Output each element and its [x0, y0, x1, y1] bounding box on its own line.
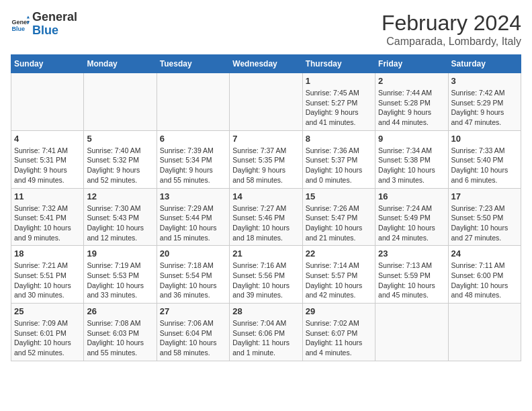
- day-number: 11: [14, 191, 81, 201]
- cell-info: Sunrise: 7:24 AMSunset: 5:49 PMDaylight:…: [378, 203, 445, 243]
- week-row-2: 11Sunrise: 7:32 AMSunset: 5:41 PMDayligh…: [11, 188, 521, 246]
- day-number: 20: [160, 248, 226, 259]
- calendar-cell: 29Sunrise: 7:02 AMSunset: 6:07 PMDayligh…: [302, 304, 375, 361]
- cell-info: Sunrise: 7:42 AMSunset: 5:29 PMDaylight:…: [451, 88, 518, 128]
- day-number: 1: [306, 76, 372, 86]
- day-number: 25: [14, 306, 81, 316]
- calendar-cell: 7Sunrise: 7:37 AMSunset: 5:35 PMDaylight…: [230, 130, 302, 188]
- calendar-cell: 16Sunrise: 7:24 AMSunset: 5:49 PMDayligh…: [375, 188, 448, 246]
- calendar-cell: 25Sunrise: 7:09 AMSunset: 6:01 PMDayligh…: [11, 304, 84, 361]
- page-header: General Blue General Blue February 2024 …: [11, 11, 521, 48]
- week-row-4: 25Sunrise: 7:09 AMSunset: 6:01 PMDayligh…: [11, 304, 521, 361]
- cell-info: Sunrise: 7:26 AMSunset: 5:47 PMDaylight:…: [306, 203, 372, 243]
- calendar-cell: [84, 73, 157, 131]
- calendar-cell: 1Sunrise: 7:45 AMSunset: 5:27 PMDaylight…: [302, 73, 375, 131]
- day-number: 10: [451, 134, 518, 144]
- day-number: 17: [451, 191, 518, 201]
- cell-info: Sunrise: 7:33 AMSunset: 5:40 PMDaylight:…: [451, 146, 518, 185]
- calendar-cell: 14Sunrise: 7:27 AMSunset: 5:46 PMDayligh…: [230, 188, 302, 246]
- header-row: SundayMondayTuesdayWednesdayThursdayFrid…: [11, 55, 521, 73]
- calendar-cell: 4Sunrise: 7:41 AMSunset: 5:31 PMDaylight…: [11, 130, 84, 188]
- day-number: 7: [232, 134, 299, 144]
- cell-info: Sunrise: 7:27 AMSunset: 5:46 PMDaylight:…: [232, 203, 299, 243]
- day-number: 27: [160, 306, 226, 316]
- calendar-cell: 22Sunrise: 7:14 AMSunset: 5:57 PMDayligh…: [302, 246, 375, 304]
- day-number: 4: [14, 134, 81, 144]
- logo-blue: Blue: [32, 24, 77, 38]
- col-header-monday: Monday: [84, 55, 157, 73]
- title-block: February 2024 Camparada, Lombardy, Italy: [382, 11, 521, 48]
- day-number: 6: [160, 134, 226, 144]
- cell-info: Sunrise: 7:13 AMSunset: 5:59 PMDaylight:…: [378, 261, 445, 300]
- cell-info: Sunrise: 7:32 AMSunset: 5:41 PMDaylight:…: [14, 203, 81, 243]
- cell-info: Sunrise: 7:36 AMSunset: 5:37 PMDaylight:…: [306, 146, 372, 185]
- logo-general: General: [32, 11, 77, 24]
- calendar-cell: 18Sunrise: 7:21 AMSunset: 5:51 PMDayligh…: [11, 246, 84, 304]
- calendar-cell: 10Sunrise: 7:33 AMSunset: 5:40 PMDayligh…: [448, 130, 521, 188]
- svg-marker-2: [27, 15, 30, 18]
- cell-info: Sunrise: 7:30 AMSunset: 5:43 PMDaylight:…: [87, 203, 153, 243]
- cell-info: Sunrise: 7:39 AMSunset: 5:34 PMDaylight:…: [160, 146, 226, 185]
- col-header-tuesday: Tuesday: [157, 55, 229, 73]
- calendar-cell: 20Sunrise: 7:18 AMSunset: 5:54 PMDayligh…: [157, 246, 229, 304]
- calendar-cell: 28Sunrise: 7:04 AMSunset: 6:06 PMDayligh…: [230, 304, 302, 361]
- day-number: 8: [306, 134, 372, 144]
- cell-info: Sunrise: 7:06 AMSunset: 6:04 PMDaylight:…: [160, 318, 226, 358]
- col-header-sunday: Sunday: [11, 55, 84, 73]
- day-number: 29: [306, 306, 372, 316]
- cell-info: Sunrise: 7:44 AMSunset: 5:28 PMDaylight:…: [378, 88, 445, 128]
- day-number: 5: [87, 134, 153, 144]
- cell-info: Sunrise: 7:02 AMSunset: 6:07 PMDaylight:…: [306, 318, 372, 358]
- calendar-cell: 21Sunrise: 7:16 AMSunset: 5:56 PMDayligh…: [230, 246, 302, 304]
- subtitle: Camparada, Lombardy, Italy: [382, 36, 521, 48]
- cell-info: Sunrise: 7:34 AMSunset: 5:38 PMDaylight:…: [378, 146, 445, 185]
- calendar-cell: [448, 304, 521, 361]
- calendar-cell: 12Sunrise: 7:30 AMSunset: 5:43 PMDayligh…: [84, 188, 157, 246]
- calendar-cell: 2Sunrise: 7:44 AMSunset: 5:28 PMDaylight…: [375, 73, 448, 131]
- calendar-cell: 6Sunrise: 7:39 AMSunset: 5:34 PMDaylight…: [157, 130, 229, 188]
- day-number: 9: [378, 134, 445, 144]
- day-number: 2: [378, 76, 445, 86]
- svg-text:Blue: Blue: [11, 26, 25, 32]
- cell-info: Sunrise: 7:04 AMSunset: 6:06 PMDaylight:…: [232, 318, 299, 358]
- calendar-cell: 26Sunrise: 7:08 AMSunset: 6:03 PMDayligh…: [84, 304, 157, 361]
- calendar-cell: 5Sunrise: 7:40 AMSunset: 5:32 PMDaylight…: [84, 130, 157, 188]
- calendar-cell: 9Sunrise: 7:34 AMSunset: 5:38 PMDaylight…: [375, 130, 448, 188]
- col-header-wednesday: Wednesday: [230, 55, 302, 73]
- calendar-cell: 24Sunrise: 7:11 AMSunset: 6:00 PMDayligh…: [448, 246, 521, 304]
- day-number: 12: [87, 191, 153, 201]
- cell-info: Sunrise: 7:16 AMSunset: 5:56 PMDaylight:…: [232, 261, 299, 300]
- cell-info: Sunrise: 7:45 AMSunset: 5:27 PMDaylight:…: [306, 88, 372, 128]
- calendar-cell: 19Sunrise: 7:19 AMSunset: 5:53 PMDayligh…: [84, 246, 157, 304]
- logo: General Blue General Blue: [11, 11, 77, 38]
- calendar-cell: 13Sunrise: 7:29 AMSunset: 5:44 PMDayligh…: [157, 188, 229, 246]
- calendar-cell: [11, 73, 84, 131]
- cell-info: Sunrise: 7:18 AMSunset: 5:54 PMDaylight:…: [160, 261, 226, 300]
- main-title: February 2024: [382, 11, 521, 36]
- week-row-3: 18Sunrise: 7:21 AMSunset: 5:51 PMDayligh…: [11, 246, 521, 304]
- col-header-friday: Friday: [375, 55, 448, 73]
- day-number: 21: [232, 248, 299, 259]
- cell-info: Sunrise: 7:41 AMSunset: 5:31 PMDaylight:…: [14, 146, 81, 185]
- calendar-cell: 27Sunrise: 7:06 AMSunset: 6:04 PMDayligh…: [157, 304, 229, 361]
- day-number: 22: [306, 248, 372, 259]
- cell-info: Sunrise: 7:37 AMSunset: 5:35 PMDaylight:…: [232, 146, 299, 185]
- calendar-cell: 23Sunrise: 7:13 AMSunset: 5:59 PMDayligh…: [375, 246, 448, 304]
- day-number: 15: [306, 191, 372, 201]
- calendar-cell: 11Sunrise: 7:32 AMSunset: 5:41 PMDayligh…: [11, 188, 84, 246]
- calendar-header: SundayMondayTuesdayWednesdayThursdayFrid…: [11, 55, 521, 73]
- cell-info: Sunrise: 7:21 AMSunset: 5:51 PMDaylight:…: [14, 261, 81, 300]
- day-number: 18: [14, 248, 81, 259]
- cell-info: Sunrise: 7:11 AMSunset: 6:00 PMDaylight:…: [451, 261, 518, 300]
- day-number: 23: [378, 248, 445, 259]
- calendar-body: 1Sunrise: 7:45 AMSunset: 5:27 PMDaylight…: [11, 73, 521, 361]
- week-row-1: 4Sunrise: 7:41 AMSunset: 5:31 PMDaylight…: [11, 130, 521, 188]
- day-number: 13: [160, 191, 226, 201]
- day-number: 28: [232, 306, 299, 316]
- cell-info: Sunrise: 7:23 AMSunset: 5:50 PMDaylight:…: [451, 203, 518, 243]
- calendar-cell: [375, 304, 448, 361]
- col-header-saturday: Saturday: [448, 55, 521, 73]
- calendar-cell: [230, 73, 302, 131]
- calendar-cell: 17Sunrise: 7:23 AMSunset: 5:50 PMDayligh…: [448, 188, 521, 246]
- calendar-cell: 15Sunrise: 7:26 AMSunset: 5:47 PMDayligh…: [302, 188, 375, 246]
